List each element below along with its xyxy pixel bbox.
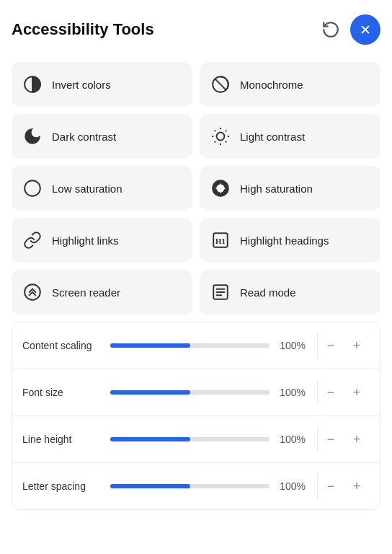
line-height-increment[interactable]: +	[344, 426, 370, 452]
light-contrast-icon	[210, 126, 231, 147]
dark-contrast-icon	[22, 126, 43, 147]
letter-spacing-track	[110, 484, 270, 488]
content-scaling-decrement[interactable]: −	[318, 333, 344, 359]
content-scaling-increment[interactable]: +	[344, 333, 370, 359]
letter-spacing-slider-wrap	[110, 484, 270, 488]
line-height-slider-wrap	[110, 437, 270, 441]
content-scaling-slider-wrap	[110, 343, 270, 348]
header-actions	[318, 14, 380, 45]
content-scaling-stepper: − +	[317, 333, 370, 359]
low-saturation-icon	[22, 177, 43, 199]
screen-reader-icon	[22, 281, 43, 303]
svg-line-13	[226, 131, 227, 132]
highlight-headings-button[interactable]: H1 Highlight headings	[200, 218, 380, 263]
reset-button[interactable]	[318, 17, 343, 42]
font-size-track	[110, 390, 270, 395]
reset-icon	[321, 20, 340, 39]
invert-icon	[22, 74, 43, 95]
svg-point-14	[24, 180, 40, 196]
content-scaling-percent: 100%	[278, 340, 306, 351]
dark-contrast-button[interactable]: Dark contrast	[12, 114, 192, 159]
line-height-fill	[110, 437, 190, 441]
letter-spacing-increment[interactable]: +	[344, 473, 370, 499]
low-saturation-button[interactable]: Low saturation	[12, 166, 192, 211]
letter-spacing-fill	[110, 484, 190, 488]
monochrome-button[interactable]: Monochrome	[200, 62, 380, 107]
monochrome-icon	[210, 74, 231, 95]
high-saturation-button[interactable]: High saturation	[200, 166, 380, 211]
font-size-label: Font size	[22, 387, 102, 398]
font-size-decrement[interactable]: −	[318, 379, 344, 405]
line-height-label: Line height	[22, 434, 102, 445]
font-size-slider-wrap	[110, 390, 270, 395]
close-icon	[359, 23, 372, 36]
content-scaling-row: Content scaling 100% − +	[12, 322, 380, 369]
font-size-percent: 100%	[278, 387, 306, 398]
content-scaling-fill	[110, 343, 190, 348]
letter-spacing-stepper: − +	[317, 473, 370, 499]
link-icon	[22, 229, 43, 251]
line-height-decrement[interactable]: −	[318, 426, 344, 452]
svg-text:H1: H1	[215, 237, 226, 245]
svg-point-5	[217, 133, 225, 141]
svg-line-12	[215, 141, 216, 143]
highlight-links-button[interactable]: Highlight links	[12, 218, 192, 263]
font-size-fill	[110, 390, 190, 395]
features-grid: Invert colors Monochrome Dark contrast	[12, 62, 380, 315]
line-height-track	[110, 437, 270, 441]
header: Accessibility Tools	[12, 14, 380, 45]
sliders-section: Content scaling 100% − + Font size 100% …	[12, 322, 380, 510]
heading-icon: H1	[210, 229, 231, 251]
close-button[interactable]	[350, 14, 380, 45]
font-size-stepper: − +	[317, 379, 370, 405]
light-contrast-button[interactable]: Light contrast	[200, 114, 380, 159]
content-scaling-track	[110, 343, 270, 348]
page-title: Accessibility Tools	[12, 20, 154, 39]
font-size-increment[interactable]: +	[344, 379, 370, 405]
content-scaling-label: Content scaling	[22, 340, 102, 351]
letter-spacing-row: Letter spacing 100% − +	[12, 463, 380, 509]
line-height-percent: 100%	[278, 434, 306, 445]
invert-colors-button[interactable]: Invert colors	[12, 62, 192, 107]
read-mode-button[interactable]: Read mode	[200, 270, 380, 315]
line-height-row: Line height 100% − +	[12, 416, 380, 463]
line-height-stepper: − +	[317, 426, 370, 452]
svg-line-9	[226, 141, 227, 143]
svg-line-4	[215, 79, 226, 89]
read-mode-icon	[210, 281, 231, 303]
letter-spacing-label: Letter spacing	[22, 480, 102, 492]
screen-reader-button[interactable]: Screen reader	[12, 270, 192, 315]
svg-line-8	[215, 131, 216, 132]
font-size-row: Font size 100% − +	[12, 369, 380, 416]
letter-spacing-decrement[interactable]: −	[318, 473, 344, 499]
high-saturation-icon	[210, 177, 231, 199]
letter-spacing-percent: 100%	[278, 480, 306, 492]
